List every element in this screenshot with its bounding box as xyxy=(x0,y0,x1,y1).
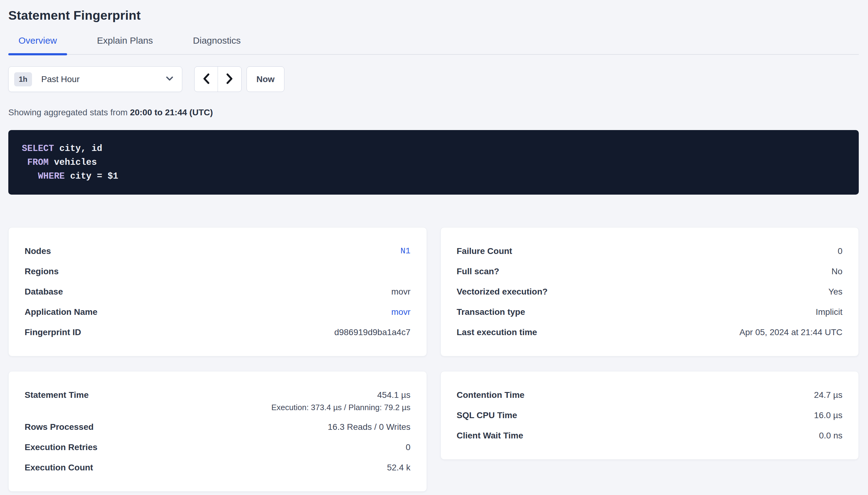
row-label: Failure Count xyxy=(457,246,512,256)
timing-stats-card: Statement Time454.1 µsExecution: 373.4 µ… xyxy=(8,371,427,492)
time-range-label: Past Hour xyxy=(41,74,166,84)
transaction-type-row: Transaction typeImplicit xyxy=(457,302,843,322)
client-wait-time-row: Client Wait Time0.0 ns xyxy=(457,426,843,446)
row-value-block: N1 xyxy=(400,246,410,256)
row-label: Nodes xyxy=(24,246,51,256)
aggregated-stats-range: 20:00 to 21:44 (UTC) xyxy=(130,108,213,117)
row-value-block: 16.3 Reads / 0 Writes xyxy=(328,422,411,432)
regions-row: Regions xyxy=(24,261,411,281)
row-label: Full scan? xyxy=(457,266,499,277)
tab-overview[interactable]: Overview xyxy=(8,35,67,54)
row-value: 16.3 Reads / 0 Writes xyxy=(328,422,411,432)
row-label: Database xyxy=(24,287,63,297)
row-value: Apr 05, 2024 at 21:44 UTC xyxy=(739,327,842,337)
row-value-block: 0.0 ns xyxy=(819,430,842,441)
row-value: 16.0 µs xyxy=(814,410,842,420)
sql-statement-box: SELECT city, id FROM vehicles WHERE city… xyxy=(8,130,859,194)
row-value: 0 xyxy=(837,246,842,256)
row-label: Rows Processed xyxy=(24,422,94,432)
application-name-link[interactable]: movr xyxy=(391,307,410,317)
fingerprint-id-row: Fingerprint IDd986919d9ba1a4c7 xyxy=(24,322,411,342)
row-value: 454.1 µs xyxy=(377,390,411,400)
aggregated-stats-prefix: Showing aggregated stats from xyxy=(8,108,130,117)
row-value-block: No xyxy=(831,266,842,277)
row-subvalue: Execution: 373.4 µs / Planning: 79.2 µs xyxy=(271,403,410,412)
row-label: Vectorized execution? xyxy=(457,287,548,297)
chevron-right-icon xyxy=(226,73,234,85)
time-range-toolbar: 1h Past Hour xyxy=(8,66,859,92)
row-value-block: 0 xyxy=(406,442,411,453)
row-label: Transaction type xyxy=(457,307,525,317)
row-label: Contention Time xyxy=(457,390,524,400)
prev-range-button[interactable] xyxy=(195,67,218,91)
row-label: Statement Time xyxy=(24,390,89,400)
row-value: 0.0 ns xyxy=(819,431,842,440)
row-label: Execution Retries xyxy=(24,442,98,453)
statement-fingerprint-page: Statement Fingerprint OverviewExplain Pl… xyxy=(0,8,868,492)
row-value-block: 454.1 µsExecution: 373.4 µs / Planning: … xyxy=(271,390,410,412)
row-label: Regions xyxy=(24,266,59,277)
row-value-block: 24.7 µs xyxy=(814,390,842,400)
row-label: Fingerprint ID xyxy=(24,327,81,338)
row-label: Last execution time xyxy=(457,327,537,338)
row-value-block: Implicit xyxy=(816,307,842,317)
database-row: Databasemovr xyxy=(24,281,411,302)
row-value-block: Yes xyxy=(828,287,842,297)
time-range-dropdown[interactable]: 1h Past Hour xyxy=(8,66,182,92)
row-value-block: Apr 05, 2024 at 21:44 UTC xyxy=(739,327,842,338)
full-scan-row: Full scan?No xyxy=(457,261,843,281)
last-execution-time-row: Last execution timeApr 05, 2024 at 21:44… xyxy=(457,322,843,342)
row-value: 0 xyxy=(406,442,411,452)
nodes-link[interactable]: N1 xyxy=(400,246,410,256)
row-value-block: movr xyxy=(391,287,410,297)
row-value-block: 16.0 µs xyxy=(814,410,842,421)
row-value: movr xyxy=(391,287,410,296)
now-button[interactable]: Now xyxy=(247,66,284,92)
sql-cpu-time-row: SQL CPU Time16.0 µs xyxy=(457,405,843,426)
execution-retries-row: Execution Retries0 xyxy=(24,437,411,458)
row-value-block: 52.4 k xyxy=(387,462,410,473)
row-label: Application Name xyxy=(24,307,97,317)
row-value: 52.4 k xyxy=(387,463,410,472)
chevron-left-icon xyxy=(202,73,210,85)
tab-explain-plans[interactable]: Explain Plans xyxy=(87,35,163,54)
application-name-row: Application Namemovr xyxy=(24,302,411,322)
rows-processed-row: Rows Processed16.3 Reads / 0 Writes xyxy=(24,417,411,437)
row-value: Yes xyxy=(828,287,842,296)
vectorized-execution-row: Vectorized execution?Yes xyxy=(457,281,843,302)
wait-time-stats-card: Contention Time24.7 µsSQL CPU Time16.0 µ… xyxy=(440,371,859,460)
chevron-down-icon xyxy=(166,76,173,82)
statement-time-row: Statement Time454.1 µsExecution: 373.4 µ… xyxy=(24,385,411,417)
sql-keyword: FROM xyxy=(27,157,49,168)
row-value: d986919d9ba1a4c7 xyxy=(334,327,411,337)
details-card-left: NodesN1RegionsDatabasemovrApplication Na… xyxy=(8,227,427,356)
nodes-row: NodesN1 xyxy=(24,241,411,261)
aggregated-stats-line: Showing aggregated stats from 20:00 to 2… xyxy=(8,107,859,118)
next-range-button[interactable] xyxy=(218,67,241,91)
row-value-block: movr xyxy=(391,307,410,317)
details-card-right: Failure Count0Full scan?NoVectorized exe… xyxy=(440,227,859,356)
page-title: Statement Fingerprint xyxy=(8,8,859,23)
contention-time-row: Contention Time24.7 µs xyxy=(457,385,843,405)
row-value: 24.7 µs xyxy=(814,390,842,400)
row-label: Execution Count xyxy=(24,462,93,473)
row-label: Client Wait Time xyxy=(457,430,523,441)
time-range-badge: 1h xyxy=(14,72,32,86)
sql-keyword: WHERE xyxy=(38,171,65,182)
row-value: Implicit xyxy=(816,307,842,317)
row-value-block: 0 xyxy=(837,246,842,256)
tab-diagnostics[interactable]: Diagnostics xyxy=(183,35,251,54)
execution-count-row: Execution Count52.4 k xyxy=(24,458,411,478)
tab-bar: OverviewExplain PlansDiagnostics xyxy=(8,35,859,55)
sql-keyword: SELECT xyxy=(22,143,54,154)
row-value: No xyxy=(831,267,842,276)
failure-count-row: Failure Count0 xyxy=(457,241,843,261)
time-range-stepper xyxy=(194,66,242,92)
row-value-block: d986919d9ba1a4c7 xyxy=(334,327,411,338)
row-label: SQL CPU Time xyxy=(457,410,518,421)
stats-cards-grid: NodesN1RegionsDatabasemovrApplication Na… xyxy=(8,227,859,492)
